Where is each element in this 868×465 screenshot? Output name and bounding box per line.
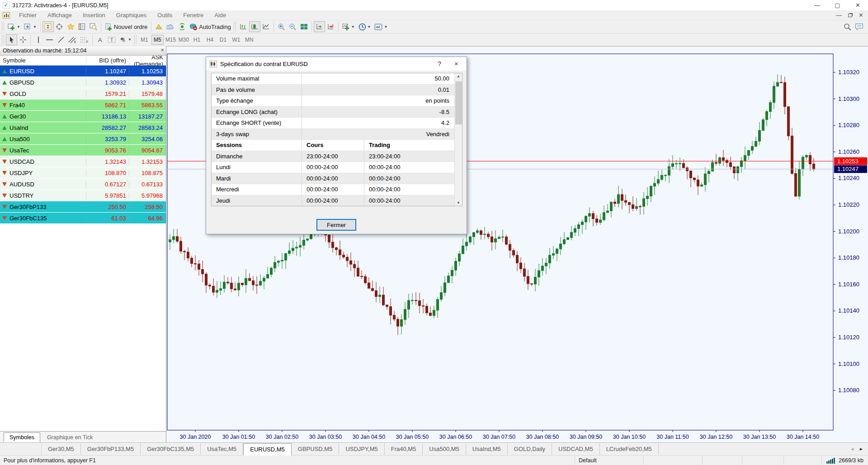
community-chat-icon[interactable] — [855, 23, 863, 30]
zoom-in-button[interactable] — [276, 21, 287, 32]
auto-scroll-toggle[interactable] — [314, 21, 325, 32]
chart-tab-gold-daily[interactable]: GOLD,Daily — [508, 443, 552, 455]
child-minimize-button[interactable]: — — [836, 12, 842, 19]
menu-item-fenetre[interactable]: Fenetre — [178, 11, 209, 19]
market-watch-row-usdtry[interactable]: USDTRY5.978515.97968 — [0, 190, 166, 201]
scroll-up-icon[interactable]: ▲ — [457, 74, 460, 78]
timeframe-button-m1[interactable]: M1 — [138, 35, 151, 45]
chart-tab-lcrudefeb20-m5[interactable]: LCrudeFeb20,M5 — [600, 443, 659, 455]
child-close-button[interactable]: ✕ — [859, 12, 863, 19]
tile-windows-button[interactable] — [298, 21, 310, 32]
toolbar-grip[interactable] — [234, 22, 236, 31]
close-button[interactable]: ✕ — [848, 0, 868, 10]
market-watch-row-ger30[interactable]: Ger3013186.1313187.27 — [0, 111, 166, 122]
bar-chart-button[interactable] — [238, 21, 249, 32]
scrollbar-thumb[interactable] — [455, 81, 462, 124]
metaeditor-button[interactable] — [153, 21, 165, 32]
tabs-scroll-left-icon[interactable]: ◄ — [850, 446, 854, 451]
arrows-tool-button[interactable]: ▼ — [118, 34, 133, 45]
dialog-help-button[interactable]: ? — [433, 60, 446, 67]
menu-item-fichier[interactable]: Fichier — [14, 11, 42, 19]
profiles-button[interactable]: ▼ — [22, 21, 38, 32]
market-watch-row-fra40[interactable]: Fra405862.715863.55 — [0, 100, 166, 111]
toolbar-grip[interactable] — [134, 35, 137, 44]
channel-tool-button[interactable]: E — [66, 34, 78, 45]
horizontal-line-tool-button[interactable] — [44, 34, 55, 45]
signals-button[interactable] — [176, 21, 188, 32]
cursor-tool-button[interactable] — [6, 34, 17, 45]
market-watch-row-usdcad[interactable]: USDCAD1.321431.32153 — [0, 156, 166, 167]
timeframe-button-mn[interactable]: MN — [243, 35, 255, 45]
zoom-out-button[interactable] — [287, 21, 298, 32]
market-watch-toggle[interactable] — [42, 21, 54, 32]
label-tool-button[interactable]: T — [106, 34, 118, 45]
column-header-bid[interactable]: BID (offre) — [86, 57, 129, 64]
chart-shift-button[interactable] — [325, 21, 336, 32]
market-watch-row-gold[interactable]: GOLD1579.211579.48 — [0, 88, 166, 100]
timeframe-button-m15[interactable]: M15 — [165, 35, 177, 45]
market-watch-close-icon[interactable]: × — [160, 47, 164, 53]
chart-tab-usdcad-m5[interactable]: USDCAD,M5 — [552, 443, 600, 455]
column-header-ask[interactable]: ASK (Demande) — [129, 54, 166, 67]
panel-tab-graphique-en-tick[interactable]: Graphique en Tick — [41, 432, 99, 442]
timeframe-button-h1[interactable]: H1 — [191, 35, 203, 45]
trendline-tool-button[interactable] — [55, 34, 66, 45]
strategy-tester-toggle[interactable] — [88, 21, 99, 32]
tabs-scroll-right-icon[interactable]: ► — [859, 446, 863, 451]
status-profile[interactable]: Default — [575, 456, 644, 465]
search-icon[interactable] — [844, 23, 851, 31]
line-chart-button[interactable] — [260, 21, 272, 32]
menu-item-outils[interactable]: Outils — [152, 11, 178, 19]
chart-tab-fra40-m5[interactable]: Fra40,M5 — [385, 443, 423, 455]
data-window-toggle[interactable] — [76, 21, 88, 32]
new-order-button[interactable]: Nouvel ordre — [103, 21, 149, 32]
chart-tab-usa500-m5[interactable]: Usa500,M5 — [423, 443, 466, 455]
market-watch-row-usdjpy[interactable]: USDJPY108.870108.875 — [0, 167, 166, 179]
chart-tab-usdjpy-m5[interactable]: USDJPY,M5 — [339, 443, 384, 455]
column-header-symbol[interactable]: Symbole — [0, 57, 86, 64]
menu-item-graphiques[interactable]: Graphiques — [111, 11, 152, 19]
chart-tab-eurusd-m5[interactable]: EURUSD,M5 — [243, 443, 292, 456]
menu-item-insertion[interactable]: Insertion — [77, 11, 111, 19]
periods-button[interactable]: ▼ — [357, 21, 373, 32]
dialog-scrollbar[interactable]: ▲ ▼ — [454, 73, 462, 206]
chart-tab-usatec-m5[interactable]: UsaTec,M5 — [201, 443, 243, 455]
toolbar-grip[interactable] — [2, 35, 4, 44]
templates-button[interactable]: ▼ — [373, 21, 389, 32]
scroll-down-icon[interactable]: ▼ — [457, 201, 460, 205]
toolbar-grip[interactable] — [2, 22, 4, 31]
market-watch-row-ger30fbc135[interactable]: Ger30FbC13561.0364.96 — [0, 213, 166, 224]
fermer-button[interactable]: Fermer — [316, 219, 356, 231]
autotrading-button[interactable]: AutoTrading — [188, 21, 232, 32]
timeframe-button-h4[interactable]: H4 — [204, 35, 216, 45]
new-chart-button[interactable]: ▼ — [6, 21, 22, 32]
favorites-button[interactable] — [65, 21, 76, 32]
navigator-toggle[interactable] — [54, 21, 65, 32]
market-watch-row-audusd[interactable]: AUDUSD0.671270.67133 — [0, 179, 166, 190]
candlestick-chart-button[interactable] — [249, 21, 260, 32]
timeframe-button-d1[interactable]: D1 — [217, 35, 229, 45]
timeframe-button-w1[interactable]: W1 — [230, 35, 242, 45]
chart-tab-usaind-m5[interactable]: UsaInd,M5 — [466, 443, 508, 455]
panel-tab-symboles[interactable]: Symboles — [4, 432, 40, 442]
cloud-button[interactable] — [165, 21, 176, 32]
chart-tab-gbpusd-m5[interactable]: GBPUSD,M5 — [292, 443, 340, 455]
chart-tab-ger30-m5[interactable]: Ger30,M5 — [42, 443, 81, 455]
menu-item-affichage[interactable]: Affichage — [42, 11, 77, 19]
child-restore-button[interactable] — [848, 14, 852, 17]
indicators-button[interactable]: ▼ — [340, 21, 357, 32]
fibonacci-tool-button[interactable]: F — [78, 34, 90, 45]
market-watch-row-usatec[interactable]: UsaTec9053.769054.67 — [0, 145, 166, 156]
maximize-button[interactable]: ▢ — [827, 0, 848, 10]
market-watch-row-gbpusd[interactable]: GBPUSD1.309321.30943 — [0, 77, 166, 88]
market-watch-row-eurusd[interactable]: EURUSD1.102471.10253 — [0, 66, 166, 77]
vertical-line-tool-button[interactable] — [33, 34, 44, 45]
chart-tab-ger30fbc135-m5[interactable]: Ger30FbC135,M5 — [141, 443, 201, 455]
market-watch-row-ger30fbp133[interactable]: Ger30FbP133250.50258.50 — [0, 201, 166, 213]
menu-item-aide[interactable]: Aide — [209, 11, 231, 19]
crosshair-tool-button[interactable] — [17, 34, 28, 45]
timeframe-button-m5[interactable]: M5 — [151, 35, 164, 45]
market-watch-row-usaind[interactable]: UsaInd28582.2728583.24 — [0, 122, 166, 133]
timeframe-button-m30[interactable]: M30 — [178, 35, 190, 45]
dialog-close-button[interactable]: × — [449, 60, 463, 67]
